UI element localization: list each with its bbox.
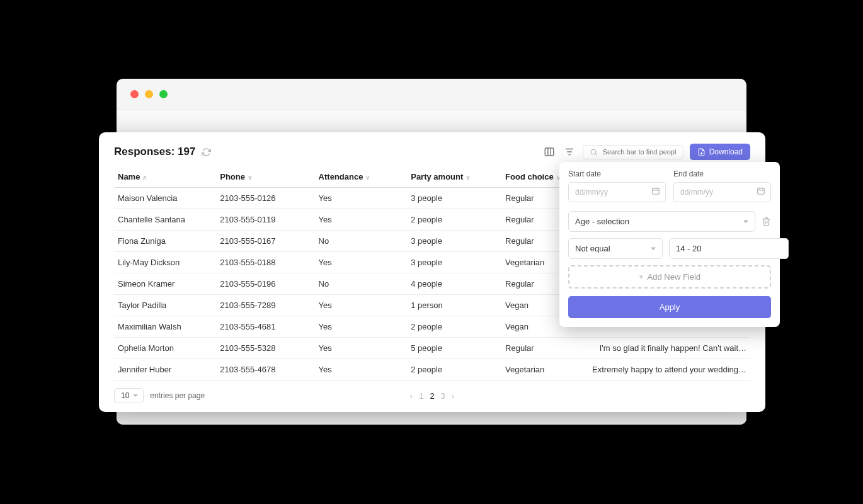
pagination: ‹ 1 2 3 › [410, 391, 454, 401]
download-icon [697, 148, 706, 156]
cell-party: 3 people [407, 252, 501, 273]
cell-attendance: No [315, 231, 408, 252]
cell-name: Maximilian Walsh [114, 316, 216, 338]
cell-comment: I'm so glad it finally happen! Can't wai… [588, 338, 750, 359]
cell-attendance: Yes [315, 338, 408, 359]
table-row[interactable]: Ophelia Morton 2103-555-5328 Yes 5 peopl… [114, 338, 750, 359]
minimize-window-button[interactable] [145, 90, 153, 98]
search-input[interactable] [603, 148, 677, 156]
cell-attendance: Yes [315, 252, 408, 273]
panel-header: Responses: 197 Download [114, 144, 750, 160]
svg-rect-9 [653, 188, 660, 194]
per-page-label: entries per page [150, 391, 205, 400]
filter-icon[interactable] [563, 145, 576, 159]
cell-party: 1 person [407, 295, 501, 316]
page-2[interactable]: 2 [430, 391, 434, 401]
filter-value-input[interactable] [669, 238, 789, 259]
svg-rect-13 [758, 188, 765, 194]
cell-phone: 2103-555-4678 [216, 359, 314, 381]
sort-icon: ∨ [248, 174, 252, 181]
search-box[interactable] [583, 145, 683, 159]
sort-asc-icon: ∧ [142, 174, 147, 181]
cell-name: Ophelia Morton [114, 338, 216, 359]
sort-icon: ∨ [466, 174, 470, 181]
svg-point-6 [591, 149, 596, 154]
apply-button[interactable]: Apply [568, 296, 771, 318]
calendar-icon[interactable] [757, 186, 765, 198]
filter-field-row: Age - selection [568, 211, 771, 232]
cell-phone: 2103-555-5328 [216, 338, 314, 359]
cell-party: 2 people [407, 209, 501, 231]
cell-food: Regular [501, 338, 588, 359]
refresh-icon[interactable] [202, 147, 211, 157]
column-header-name[interactable]: Name∧ [114, 166, 216, 188]
responses-title: Responses: 197 [114, 146, 195, 158]
end-date-label: End date [673, 169, 771, 178]
cell-phone: 2103-555-0167 [216, 231, 314, 252]
svg-rect-0 [545, 148, 554, 156]
cell-attendance: Yes [315, 359, 408, 381]
cell-attendance: Yes [315, 188, 408, 209]
columns-icon[interactable] [542, 145, 556, 159]
cell-phone: 2103-555-0196 [216, 273, 314, 295]
column-header-phone[interactable]: Phone∨ [216, 166, 314, 188]
download-button[interactable]: Download [690, 144, 750, 160]
column-header-party[interactable]: Party amount∨ [407, 166, 501, 188]
cell-party: 2 people [407, 316, 501, 338]
cell-party: 5 people [407, 338, 501, 359]
cell-phone: 2103-555-7289 [216, 295, 314, 316]
download-label: Download [709, 147, 743, 156]
cell-attendance: Yes [315, 295, 408, 316]
cell-phone: 2103-555-0126 [216, 188, 314, 209]
sort-icon: ∨ [365, 174, 370, 181]
cell-name: Lily-May Dickson [114, 252, 216, 273]
cell-party: 4 people [407, 273, 501, 295]
add-field-button[interactable]: + Add New Field [568, 265, 771, 289]
cell-name: Taylor Padilla [114, 295, 216, 316]
per-page-select[interactable]: 10 [114, 388, 144, 403]
filter-operator-row: Not equal [568, 238, 771, 259]
column-header-attendance[interactable]: Attendance∨ [315, 166, 408, 188]
operator-select[interactable]: Not equal [568, 238, 663, 259]
cell-name: Jennifer Huber [114, 359, 216, 381]
close-window-button[interactable] [130, 90, 139, 98]
cell-phone: 2103-555-0188 [216, 252, 314, 273]
calendar-icon[interactable] [651, 186, 660, 198]
maximize-window-button[interactable] [159, 90, 168, 98]
cell-attendance: Yes [315, 316, 408, 338]
panel-footer: 10 entries per page ‹ 1 2 3 › [114, 388, 750, 403]
trash-icon[interactable] [762, 217, 771, 226]
cell-name: Maison Valencia [114, 188, 216, 209]
end-date-input-wrap [673, 182, 771, 202]
cell-name: Chantelle Santana [114, 209, 216, 231]
cell-phone: 2103-555-0119 [216, 209, 314, 231]
cell-phone: 2103-555-4681 [216, 316, 314, 338]
start-date-input-wrap [568, 182, 666, 202]
add-field-label: Add New Field [648, 272, 701, 282]
table-row[interactable]: Jennifer Huber 2103-555-4678 Yes 2 peopl… [114, 359, 750, 381]
filter-panel: Start date End date Age - selection Not … [559, 162, 780, 327]
cell-party: 3 people [407, 188, 501, 209]
svg-line-7 [595, 153, 597, 154]
start-date-col: Start date [568, 169, 666, 202]
cell-name: Simeon Kramer [114, 273, 216, 295]
page-prev[interactable]: ‹ [410, 391, 413, 401]
search-icon [590, 148, 598, 156]
date-range-row: Start date End date [568, 169, 771, 202]
page-1[interactable]: 1 [419, 391, 423, 401]
page-next[interactable]: › [452, 391, 454, 401]
cell-name: Fiona Zuniga [114, 231, 216, 252]
per-page: 10 entries per page [114, 388, 205, 403]
end-date-col: End date [673, 169, 771, 202]
cell-party: 3 people [407, 231, 501, 252]
cell-food: Vegetarian [501, 359, 588, 381]
cell-attendance: No [315, 273, 408, 295]
cell-party: 2 people [407, 359, 501, 381]
titlebar [117, 79, 746, 109]
panel-header-left: Responses: 197 [114, 146, 211, 158]
plus-icon: + [639, 272, 644, 282]
cell-attendance: Yes [315, 209, 408, 231]
page-3[interactable]: 3 [441, 391, 445, 401]
start-date-label: Start date [568, 169, 666, 178]
field-select[interactable]: Age - selection [568, 211, 755, 232]
